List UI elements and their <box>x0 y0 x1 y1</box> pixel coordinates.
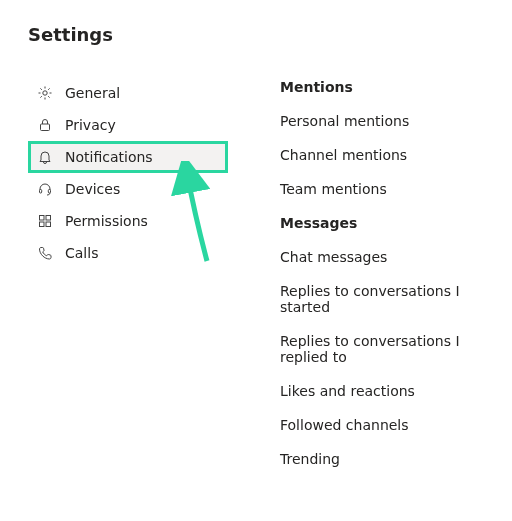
sidebar-item-label: Calls <box>65 245 98 261</box>
sidebar-item-notifications[interactable]: Notifications <box>28 141 228 173</box>
sidebar-item-permissions[interactable]: Permissions <box>28 205 228 237</box>
sidebar-item-label: Devices <box>65 181 120 197</box>
option-personal-mentions[interactable]: Personal mentions <box>280 113 512 129</box>
lock-icon <box>35 117 55 133</box>
svg-rect-5 <box>46 216 51 221</box>
svg-point-0 <box>43 91 47 95</box>
phone-icon <box>35 245 55 261</box>
sidebar-item-general[interactable]: General <box>28 77 228 109</box>
option-likes-reactions[interactable]: Likes and reactions <box>280 383 512 399</box>
gear-icon <box>35 85 55 101</box>
page-title: Settings <box>28 24 512 45</box>
section-heading-mentions: Mentions <box>280 79 512 95</box>
svg-rect-7 <box>46 222 51 227</box>
option-followed-channels[interactable]: Followed channels <box>280 417 512 433</box>
option-chat-messages[interactable]: Chat messages <box>280 249 512 265</box>
svg-rect-2 <box>40 190 42 194</box>
option-replies-started[interactable]: Replies to conversations I started <box>280 283 512 315</box>
settings-sidebar: General Privacy Notifi <box>28 77 228 269</box>
sidebar-item-label: Permissions <box>65 213 148 229</box>
sidebar-item-label: Privacy <box>65 117 116 133</box>
svg-rect-6 <box>40 222 45 227</box>
bell-icon <box>35 149 55 165</box>
apps-icon <box>35 213 55 229</box>
section-heading-messages: Messages <box>280 215 512 231</box>
sidebar-item-devices[interactable]: Devices <box>28 173 228 205</box>
option-channel-mentions[interactable]: Channel mentions <box>280 147 512 163</box>
option-trending[interactable]: Trending <box>280 451 512 467</box>
svg-rect-4 <box>40 216 45 221</box>
option-replies-replied[interactable]: Replies to conversations I replied to <box>280 333 512 365</box>
sidebar-item-label: Notifications <box>65 149 153 165</box>
sidebar-item-calls[interactable]: Calls <box>28 237 228 269</box>
option-team-mentions[interactable]: Team mentions <box>280 181 512 197</box>
headset-icon <box>35 181 55 197</box>
settings-content: Mentions Personal mentions Channel menti… <box>228 77 512 485</box>
sidebar-item-privacy[interactable]: Privacy <box>28 109 228 141</box>
sidebar-item-label: General <box>65 85 120 101</box>
svg-rect-3 <box>48 190 50 194</box>
svg-rect-1 <box>41 124 50 131</box>
